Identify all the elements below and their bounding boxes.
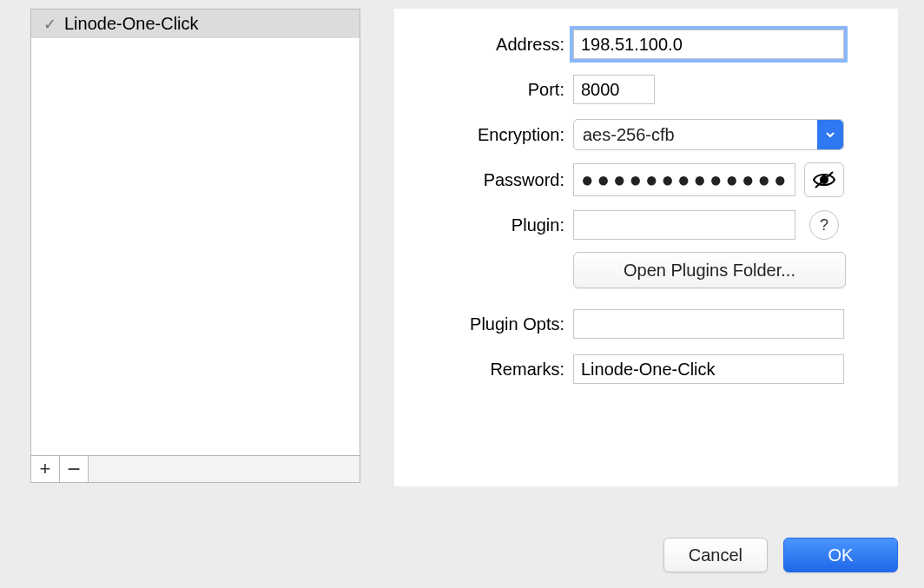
dialog-buttons: Cancel OK bbox=[663, 538, 898, 572]
plugin-input[interactable] bbox=[573, 210, 795, 240]
plugin-label: Plugin: bbox=[394, 215, 573, 235]
cancel-label: Cancel bbox=[689, 545, 742, 565]
reveal-password-button[interactable] bbox=[804, 162, 844, 197]
list-item[interactable]: ✓ Linode-One-Click bbox=[31, 10, 360, 38]
ok-button[interactable]: OK bbox=[783, 538, 898, 572]
servers-list[interactable]: ✓ Linode-One-Click bbox=[30, 9, 360, 456]
question-icon: ? bbox=[820, 216, 828, 235]
preferences-dialog: ✓ Linode-One-Click + − Address: Port: bbox=[0, 0, 924, 588]
cancel-button[interactable]: Cancel bbox=[663, 538, 768, 572]
open-plugins-folder-label: Open Plugins Folder... bbox=[624, 261, 795, 281]
port-input[interactable] bbox=[573, 75, 655, 104]
plugin-help-button[interactable]: ? bbox=[809, 210, 839, 240]
remarks-input[interactable] bbox=[573, 354, 844, 384]
encryption-value: aes-256-cfb bbox=[583, 125, 675, 145]
address-label: Address: bbox=[394, 35, 573, 55]
plugin-opts-input[interactable] bbox=[573, 309, 844, 339]
plus-icon: + bbox=[40, 458, 51, 480]
server-form: Address: Port: Encryption: aes-256-cfb bbox=[394, 9, 898, 486]
chevron-down-icon bbox=[817, 120, 843, 149]
server-name-label: Linode-One-Click bbox=[64, 14, 199, 34]
remarks-label: Remarks: bbox=[394, 360, 573, 380]
ok-label: OK bbox=[828, 545, 854, 565]
password-input[interactable]: ●●●●●●●●●●●●● bbox=[573, 163, 795, 196]
encryption-select[interactable]: aes-256-cfb bbox=[573, 119, 844, 150]
password-mask: ●●●●●●●●●●●●● bbox=[581, 168, 789, 192]
open-plugins-folder-button[interactable]: Open Plugins Folder... bbox=[573, 252, 846, 288]
servers-panel: ✓ Linode-One-Click + − bbox=[30, 9, 360, 486]
eye-off-icon bbox=[812, 170, 836, 189]
list-toolbar: + − bbox=[30, 456, 360, 483]
port-label: Port: bbox=[394, 80, 573, 100]
remove-button[interactable]: − bbox=[60, 456, 89, 482]
checkmark-icon: ✓ bbox=[43, 15, 64, 34]
add-button[interactable]: + bbox=[31, 456, 60, 482]
address-input[interactable] bbox=[573, 30, 844, 59]
minus-icon: − bbox=[67, 463, 80, 475]
password-label: Password: bbox=[394, 170, 573, 190]
plugin-opts-label: Plugin Opts: bbox=[394, 314, 573, 334]
encryption-label: Encryption: bbox=[394, 125, 573, 145]
